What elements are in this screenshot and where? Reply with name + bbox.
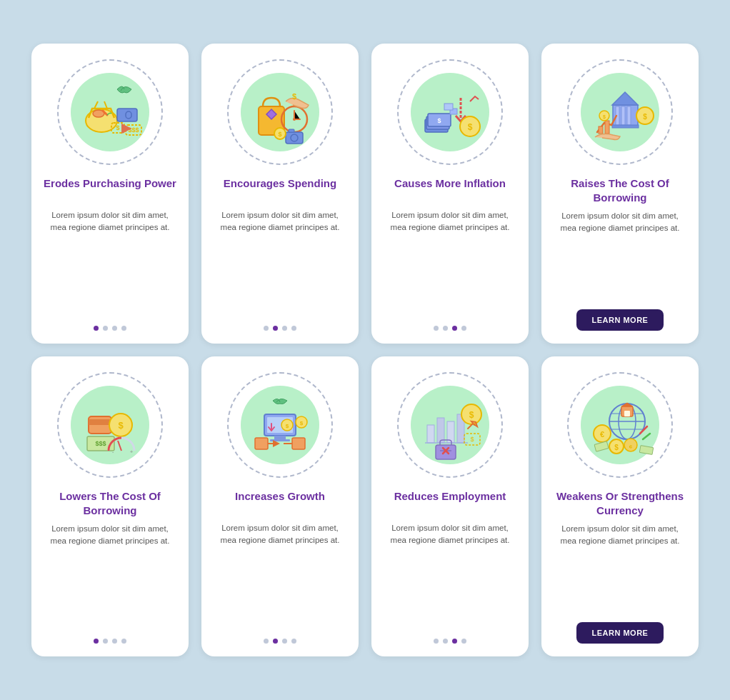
svg-text:¢: ¢ [629,444,633,450]
card-causes-inflation: $ $ Causes More Inflation Lorem ipsum do… [371,44,529,344]
currency-icon: € $ ¢ [577,382,663,468]
growth-icon: $ $ [237,382,323,468]
card-encourages-spending: $ $ Encourages Spending Lorem ipsum dolo… [201,44,359,344]
card-body: Lorem ipsum dolor sit dim amet, mea regi… [383,522,517,629]
svg-text:$: $ [286,423,289,429]
svg-rect-25 [444,104,453,110]
svg-rect-32 [599,126,603,134]
pagination-dots [264,639,296,644]
svg-text:+: + [130,449,133,454]
card-icon-area: $ $$$ - + [53,368,167,482]
card-body: Lorem ipsum dolor sit dim amet, mea regi… [213,209,347,316]
svg-text:$: $ [116,124,119,131]
card-lowers-cost-borrowing: $ $$$ - + Lowers The Cost Of Borrowing L… [31,356,189,656]
dot-2 [443,639,448,644]
card-raises-cost-borrowing: $ $ Raises The Cost Of Borrowing Lorem i… [541,44,699,344]
card-body: Lorem ipsum dolor sit dim amet, mea regi… [213,522,347,629]
svg-rect-58 [437,418,444,443]
svg-text:$$$: $$$ [128,126,139,134]
svg-text:$$$: $$$ [95,440,106,447]
svg-rect-33 [605,121,609,134]
card-title: Reduces Employment [394,489,506,516]
card-icon-area: $ $ [393,368,507,482]
card-title: Erodes Purchasing Power [44,176,176,204]
dot-3 [452,639,457,644]
card-erodes-purchasing-power: $ $$$ Erodes Purchasing Power Lorem ipsu… [31,44,189,344]
svg-rect-82 [639,446,653,455]
svg-rect-39 [89,419,111,425]
dot-1 [434,639,439,644]
card-icon-area: $ $ [223,55,337,169]
dot-2 [273,639,278,644]
card-title: Increases Growth [235,489,325,516]
pagination-dots [434,639,466,644]
dot-1 [94,639,99,644]
svg-rect-6 [117,109,137,121]
card-body: Lorem ipsum dolor sit dim amet, mea regi… [43,523,177,629]
svg-rect-64 [436,445,456,459]
dot-3 [452,326,457,331]
svg-text:$: $ [643,113,647,121]
cards-grid: $ $$$ Erodes Purchasing Power Lorem ipsu… [31,44,699,656]
card-title: Encourages Spending [224,176,336,204]
svg-text:€: € [600,430,604,439]
dot-1 [264,639,269,644]
learn-more-button[interactable]: LEARN MORE [576,309,664,331]
employment-icon: $ $ [407,382,493,468]
card-title: Weakens Or Strengthens Currency [553,489,687,517]
card-body: Lorem ipsum dolor sit dim amet, mea regi… [553,523,687,612]
card-title: Causes More Inflation [394,176,506,204]
dot-2 [103,639,108,644]
card-title: Raises The Cost Of Borrowing [553,176,687,204]
pagination-dots [434,326,466,331]
svg-text:$: $ [470,436,474,443]
svg-text:$: $ [468,122,473,132]
dot-3 [112,326,117,331]
dot-4 [291,639,296,644]
dot-2 [443,326,448,331]
svg-text:$: $ [118,420,124,431]
svg-rect-49 [274,436,286,439]
spending-icon: $ $ [237,69,323,155]
pagination-dots [94,639,126,644]
credit-icon: $ $$$ - + [67,382,153,468]
card-increases-growth: $ $ Increases Growth Lorem ipsum dolor [201,356,359,656]
svg-marker-27 [612,92,638,105]
card-reduces-employment: $ $ Reduces Employment Lorem ipsum dolor… [371,356,529,656]
svg-rect-50 [270,439,290,441]
card-title: Lowers The Cost Of Borrowing [43,489,177,517]
svg-rect-53 [255,438,268,449]
pagination-dots [264,326,296,331]
svg-line-44 [118,441,121,451]
svg-rect-14 [289,129,294,132]
dot-4 [461,639,466,644]
svg-rect-74 [624,411,630,416]
dot-1 [434,326,439,331]
card-body: Lorem ipsum dolor sit dim amet, mea regi… [383,209,517,316]
svg-rect-81 [594,441,609,451]
learn-more-button-2[interactable]: LEARN MORE [576,622,664,644]
dot-2 [103,326,108,331]
svg-text:$: $ [469,410,474,420]
svg-text:$: $ [278,131,281,138]
svg-text:$: $ [292,92,296,101]
dot-3 [282,326,287,331]
svg-rect-57 [427,425,434,443]
inflation-icon: $ $ [407,69,493,155]
svg-rect-30 [627,106,631,125]
dot-3 [282,639,287,644]
dot-2 [273,326,278,331]
card-icon-area: € $ ¢ [563,368,677,482]
bank-icon: $ $ [577,69,663,155]
pagination-dots [94,326,126,331]
dot-1 [94,326,99,331]
card-icon-area: $ $ [223,368,337,482]
card-weakens-currency: € $ ¢ Weakens Or Strengthens Currency Lo… [541,356,699,656]
dot-4 [291,326,296,331]
card-icon-area: $ $ [393,55,507,169]
dot-1 [264,326,269,331]
card-icon-area: $ $$$ [53,55,167,169]
dot-4 [461,326,466,331]
svg-text:$: $ [437,117,441,124]
dot-4 [121,639,126,644]
